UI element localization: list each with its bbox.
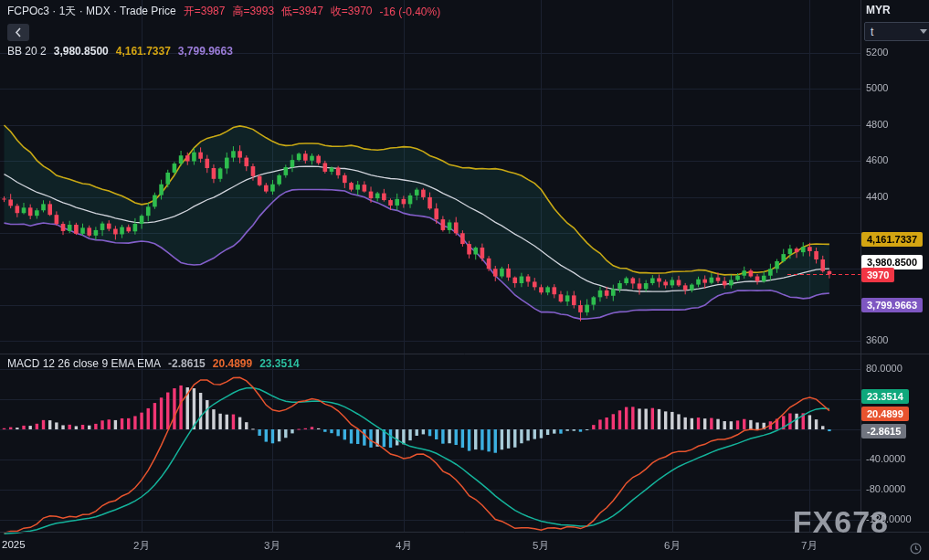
chart-window: 52005000480046004400360080.0000-40.0000-… xyxy=(0,0,929,560)
currency-button[interactable]: MYR xyxy=(866,4,891,16)
chevron-left-icon xyxy=(15,27,22,37)
price-axis[interactable] xyxy=(860,0,929,532)
price-chart-canvas[interactable] xyxy=(0,0,929,560)
time-axis[interactable] xyxy=(0,533,929,560)
unit-select-value: t xyxy=(871,26,873,38)
timezone-clock-icon[interactable] xyxy=(910,542,922,558)
back-button[interactable] xyxy=(7,24,29,41)
chevron-down-icon xyxy=(920,29,927,34)
unit-select[interactable]: t xyxy=(864,22,929,41)
